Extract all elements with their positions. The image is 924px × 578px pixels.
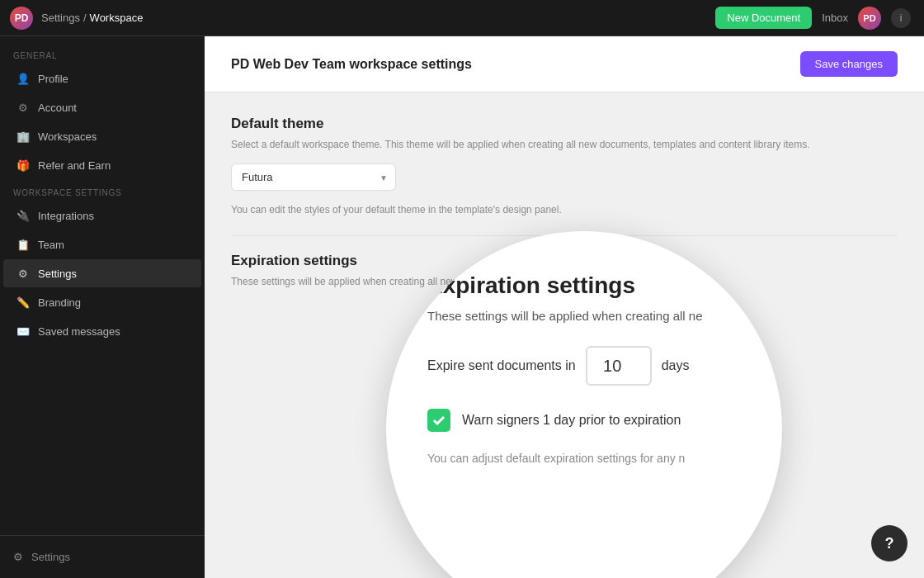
breadcrumb-workspace: Workspace — [90, 12, 144, 24]
info-button[interactable]: i — [891, 8, 911, 28]
zoom-footer-text: You can adjust default expiration settin… — [427, 452, 741, 465]
sidebar-item-profile[interactable]: 👤 Profile — [3, 64, 201, 92]
sidebar-item-label-account: Account — [38, 102, 77, 114]
sidebar-item-account[interactable]: ⚙ Account — [3, 93, 201, 121]
workspace-avatar: PD — [10, 7, 33, 30]
breadcrumb: Settings / Workspace — [41, 12, 143, 24]
refer-icon: 🎁 — [16, 159, 30, 172]
theme-select-wrapper: Futura ▼ — [231, 163, 396, 191]
zoom-title: Expiration settings — [427, 272, 741, 299]
page-title: PD Web Dev Team workspace settings — [231, 57, 472, 72]
zoom-expire-row: Expire sent documents in days — [427, 346, 741, 386]
checkmark-icon — [432, 414, 446, 427]
zoom-expire-label: Expire sent documents in — [427, 358, 576, 373]
title-prefix: PD Web Dev — [231, 57, 312, 71]
sidebar-item-refer[interactable]: 🎁 Refer and Earn — [3, 151, 201, 179]
default-theme-title: Default theme — [231, 116, 898, 132]
default-theme-description: Select a default workspace theme. This t… — [231, 139, 898, 150]
save-changes-button[interactable]: Save changes — [800, 51, 898, 77]
general-section-label: GENERAL — [0, 43, 205, 64]
title-bold: Team — [312, 57, 346, 71]
sidebar-item-settings[interactable]: ⚙ Settings — [3, 259, 201, 287]
zoom-expire-unit: days — [662, 358, 690, 373]
topbar: New Document Inbox PD i — [205, 0, 924, 36]
sidebar-nav: GENERAL 👤 Profile ⚙ Account 🏢 Workspaces… — [0, 36, 205, 535]
zoom-checkbox-row: Warn signers 1 day prior to expiration — [427, 409, 741, 432]
sidebar-item-label-team: Team — [38, 239, 64, 251]
sidebar-item-integrations[interactable]: 🔌 Integrations — [3, 201, 201, 230]
sidebar: PD Settings / Workspace GENERAL 👤 Profil… — [0, 0, 205, 578]
sidebar-item-label-refer: Refer and Earn — [38, 159, 111, 172]
warn-signers-label: Warn signers 1 day prior to expiration — [462, 413, 681, 428]
workspaces-icon: 🏢 — [16, 130, 30, 143]
main-area: New Document Inbox PD i PD Web Dev Team … — [205, 0, 924, 578]
sidebar-gear-btn[interactable]: ⚙ Settings — [0, 542, 205, 571]
content-area: PD Web Dev Team workspace settings Save … — [205, 36, 924, 578]
expire-days-input[interactable] — [586, 346, 652, 386]
sidebar-gear-label: Settings — [31, 551, 70, 563]
sidebar-item-label-settings: Settings — [38, 268, 77, 280]
breadcrumb-separator: / — [83, 12, 87, 24]
sidebar-item-label-profile: Profile — [38, 73, 68, 85]
content-header: PD Web Dev Team workspace settings Save … — [205, 36, 924, 92]
profile-icon: 👤 — [16, 72, 30, 85]
saved-messages-icon: ✉️ — [16, 325, 30, 338]
sidebar-item-label-workspaces: Workspaces — [38, 130, 97, 143]
user-avatar[interactable]: PD — [858, 7, 881, 30]
team-icon: 📋 — [16, 238, 30, 251]
warn-signers-checkbox[interactable] — [427, 409, 450, 432]
sidebar-header: PD Settings / Workspace — [0, 0, 205, 36]
workspace-settings-label: WORKSPACE SETTINGS — [0, 180, 205, 201]
title-suffix: workspace settings — [346, 57, 472, 71]
branding-icon: ✏️ — [16, 296, 30, 309]
theme-select[interactable]: Futura — [231, 163, 396, 191]
gear-icon: ⚙ — [13, 551, 23, 563]
sidebar-item-saved-messages[interactable]: ✉️ Saved messages — [3, 317, 201, 345]
zoom-description: These settings will be applied when crea… — [427, 309, 741, 323]
settings-icon: ⚙ — [16, 267, 30, 280]
sidebar-bottom: ⚙ Settings — [0, 535, 205, 578]
theme-hint: You can edit the styles of your default … — [231, 204, 898, 216]
sidebar-item-team[interactable]: 📋 Team — [3, 230, 201, 258]
integrations-icon: 🔌 — [16, 209, 30, 222]
sidebar-item-workspaces[interactable]: 🏢 Workspaces — [3, 122, 201, 150]
sidebar-item-label-integrations: Integrations — [38, 210, 94, 222]
sidebar-item-label-branding: Branding — [38, 296, 81, 309]
account-icon: ⚙ — [16, 101, 30, 114]
sidebar-item-branding[interactable]: ✏️ Branding — [3, 288, 201, 316]
breadcrumb-settings[interactable]: Settings — [41, 12, 80, 24]
inbox-button[interactable]: Inbox — [822, 12, 848, 24]
sidebar-item-label-saved-messages: Saved messages — [38, 325, 120, 338]
new-document-button[interactable]: New Document — [715, 7, 812, 29]
help-button[interactable]: ? — [871, 525, 908, 561]
